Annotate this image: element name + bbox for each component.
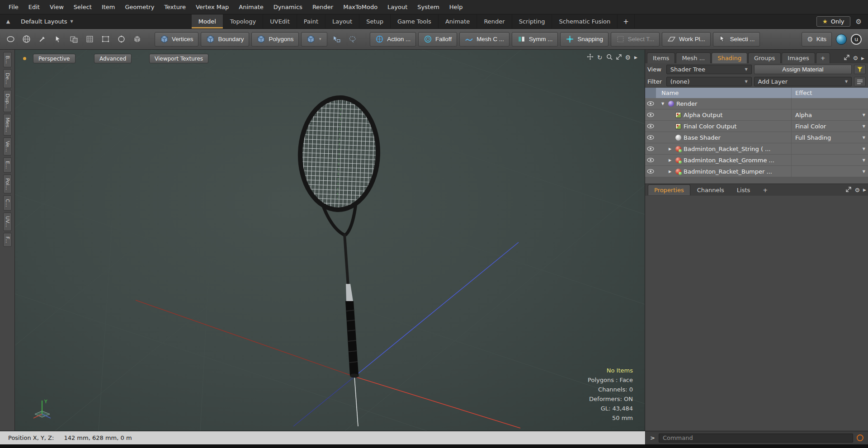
- collapse-triangle-icon[interactable]: ▶: [667, 170, 673, 174]
- falloff-button[interactable]: Falloff: [418, 32, 457, 47]
- tree-row-material-grommet[interactable]: ▶ Badminton_Racket_Gromme ... ▼: [645, 155, 868, 166]
- left-strip-tab-vertex[interactable]: Ve...: [3, 137, 12, 156]
- expand-panel-icon[interactable]: [844, 55, 849, 61]
- command-history-circle-icon[interactable]: [857, 434, 863, 441]
- tab-mesh-ops[interactable]: Mesh ...: [676, 52, 711, 63]
- only-button[interactable]: ★ Only: [816, 16, 850, 27]
- item-mode-dropdown[interactable]: ▼: [301, 32, 327, 47]
- menu-vertex-map[interactable]: Vertex Map: [191, 1, 234, 13]
- menu-select[interactable]: Select: [69, 1, 97, 13]
- left-strip-tab-uv[interactable]: UV...: [3, 212, 12, 231]
- effect-cell[interactable]: Full Shading ▼: [791, 132, 868, 143]
- tab-properties[interactable]: Properties: [648, 184, 690, 195]
- ellipse-tool-icon[interactable]: [4, 33, 17, 46]
- left-strip-tab-curves[interactable]: C...: [3, 195, 12, 211]
- tab-topology[interactable]: Topology: [223, 14, 263, 28]
- menu-texture[interactable]: Texture: [159, 1, 191, 13]
- menu-help[interactable]: Help: [444, 1, 468, 13]
- advanced-shading-button[interactable]: Advanced: [94, 54, 132, 63]
- select-paint-icon[interactable]: [330, 33, 343, 46]
- add-lower-tab-button[interactable]: +: [757, 185, 774, 195]
- eyedropper-tool-icon[interactable]: [35, 33, 49, 46]
- tree-row-alpha-output[interactable]: Alpha Output Alpha ▼: [645, 109, 868, 121]
- panel-gear-icon[interactable]: ⚙: [853, 55, 858, 61]
- tree-row-render[interactable]: ▼ Render: [645, 98, 868, 109]
- tree-row-material-bumper[interactable]: ▶ Badminton_Racket_Bumper ... ▼: [645, 166, 868, 177]
- panel-flyout-arrow-icon[interactable]: ▶: [863, 188, 866, 192]
- visibility-eye-icon[interactable]: [645, 169, 656, 174]
- layout-up-icon[interactable]: ▲: [0, 19, 16, 24]
- collapse-triangle-icon[interactable]: ▶: [667, 147, 673, 151]
- default-layouts-dropdown[interactable]: Default Layouts ▼: [16, 18, 78, 25]
- panel-flyout-arrow-icon[interactable]: ▶: [861, 56, 864, 61]
- viewport-3d[interactable]: Y Perspective Advanced Viewport Textures…: [15, 50, 645, 431]
- tab-channels[interactable]: Channels: [691, 185, 730, 195]
- effect-cell[interactable]: ▼: [791, 155, 868, 165]
- left-strip-tab-deform[interactable]: De...: [3, 69, 12, 88]
- effect-dropdown-icon[interactable]: ▼: [863, 124, 865, 128]
- menu-item[interactable]: Item: [97, 1, 120, 13]
- menu-geometry[interactable]: Geometry: [120, 1, 160, 13]
- tab-lists[interactable]: Lists: [731, 185, 756, 195]
- left-strip-tab-basic[interactable]: B...: [3, 52, 12, 67]
- gear-icon[interactable]: ⚙: [856, 18, 862, 26]
- vertices-mode-button[interactable]: Vertices: [155, 32, 198, 47]
- tab-groups[interactable]: Groups: [748, 52, 781, 63]
- left-strip-tab-duplicate[interactable]: Dup...: [3, 90, 12, 112]
- kits-button[interactable]: ⚙ Kits: [802, 32, 832, 47]
- menu-file[interactable]: File: [4, 1, 24, 13]
- tab-items[interactable]: Items: [647, 52, 675, 63]
- visibility-eye-icon[interactable]: [645, 135, 656, 140]
- grid-cube-tool-icon[interactable]: [83, 33, 96, 46]
- rect-tool-icon[interactable]: [99, 33, 112, 46]
- orbit-rotate-icon[interactable]: ↻: [597, 54, 603, 61]
- menu-animate[interactable]: Animate: [234, 1, 268, 13]
- selection-sets-button[interactable]: Selecti ...: [713, 32, 760, 47]
- boundary-mode-button[interactable]: Boundary: [201, 32, 249, 47]
- effect-dropdown-icon[interactable]: ▼: [863, 136, 865, 140]
- globe-tool-icon[interactable]: [19, 33, 33, 46]
- circle-tool-icon[interactable]: [114, 33, 128, 46]
- tab-images[interactable]: Images: [782, 52, 815, 63]
- tab-animate[interactable]: Animate: [439, 14, 477, 28]
- menu-maxtomodo[interactable]: MaxToModo: [338, 1, 382, 13]
- mesh-constraints-button[interactable]: Mesh C ...: [459, 32, 509, 47]
- tree-row-material-string[interactable]: ▶ Badminton_Racket_String ( ... ▼: [645, 143, 868, 155]
- shader-tree-view-dropdown[interactable]: Shader Tree ▼: [666, 65, 752, 74]
- expand-panel-icon[interactable]: [846, 187, 851, 193]
- tab-uvedit[interactable]: UVEdit: [263, 14, 297, 28]
- tab-layout[interactable]: Layout: [326, 14, 359, 28]
- modo-logo-icon[interactable]: u: [851, 34, 862, 45]
- panel-gear-icon[interactable]: ⚙: [854, 187, 860, 193]
- viewport-textures-button[interactable]: Viewport Textures: [149, 54, 208, 63]
- snapping-button[interactable]: Snapping: [560, 32, 608, 47]
- tab-schematic-fusion[interactable]: Schematic Fusion: [552, 14, 618, 28]
- effect-column-header[interactable]: Effect: [791, 88, 868, 98]
- add-panel-tab-button[interactable]: +: [816, 52, 830, 63]
- left-strip-tab-mesh[interactable]: Mes...: [3, 114, 12, 136]
- item-cube-icon[interactable]: [130, 33, 144, 46]
- tab-render[interactable]: Render: [477, 14, 512, 28]
- tab-scripting[interactable]: Scripting: [512, 14, 552, 28]
- command-input[interactable]: [659, 434, 853, 443]
- menu-system[interactable]: System: [412, 1, 444, 13]
- effect-cell[interactable]: Alpha ▼: [791, 109, 868, 120]
- visibility-eye-icon[interactable]: [645, 158, 656, 162]
- select-through-button[interactable]: Select T...: [611, 32, 660, 47]
- viewport-3d-scene[interactable]: Y: [15, 50, 645, 431]
- left-strip-tab-edge[interactable]: E...: [3, 157, 12, 172]
- assign-material-button[interactable]: Assign Material: [754, 65, 852, 74]
- effect-cell[interactable]: ▼: [791, 143, 868, 154]
- menu-view[interactable]: View: [45, 1, 69, 13]
- visibility-eye-icon[interactable]: [645, 146, 656, 151]
- maximize-viewport-icon[interactable]: [616, 54, 622, 61]
- add-layer-dropdown[interactable]: Add Layer ▼: [754, 77, 852, 86]
- effect-cell[interactable]: Final Color ▼: [791, 121, 868, 132]
- cursor-tool-icon[interactable]: [51, 33, 65, 46]
- effect-dropdown-icon[interactable]: ▼: [863, 113, 865, 117]
- perspective-view-button[interactable]: Perspective: [33, 54, 75, 63]
- tab-shading[interactable]: Shading: [712, 52, 747, 63]
- effect-dropdown-icon[interactable]: ▼: [863, 170, 865, 174]
- menu-render[interactable]: Render: [307, 1, 338, 13]
- visibility-eye-icon[interactable]: [645, 124, 656, 128]
